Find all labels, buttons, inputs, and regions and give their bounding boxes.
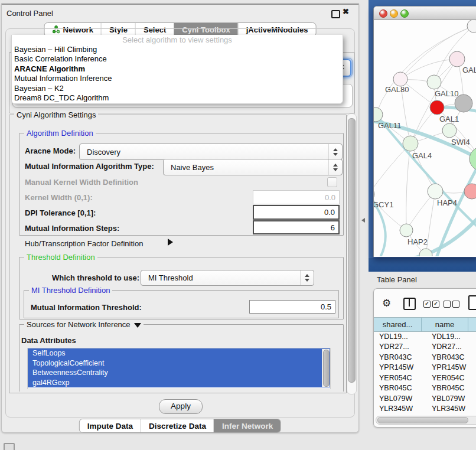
control-panel-window: Control Panel ✖ NetworkStyleSelectCyni T…: [1, 4, 359, 433]
table-cell: YBR045C: [374, 384, 426, 392]
deselect-all-icon[interactable]: [444, 301, 459, 308]
column-header[interactable]: shared...: [374, 318, 422, 331]
scrollbar-thumb[interactable]: [348, 118, 356, 383]
expand-arrow-icon[interactable]: [168, 239, 173, 246]
group-title: Threshold Definition: [24, 253, 97, 262]
hub-section-label[interactable]: Hub/Transcription Factor Definition: [25, 239, 143, 248]
table-horizontal-scrollbar[interactable]: [376, 416, 476, 425]
mi-threshold-field[interactable]: 0.5: [249, 300, 335, 314]
settings-scrollbar[interactable]: [347, 113, 357, 394]
node-label: GAL80: [385, 85, 409, 94]
node-label: SWI4: [451, 138, 470, 146]
algorithm-dropdown-list: Select algorithm to view settings Bayesi…: [11, 35, 343, 104]
aracne-mode-select[interactable]: Discovery: [79, 144, 343, 160]
data-attributes-list: SelfLoopsTopologicalCoefficientBetweenne…: [27, 348, 331, 389]
network-thick-edge[interactable]: [377, 116, 476, 230]
table-cell: YBL079W: [426, 394, 476, 403]
network-node-hap4[interactable]: [428, 184, 443, 199]
which-threshold-label: Which threshold to use:: [52, 273, 139, 282]
float-window-icon[interactable]: [331, 10, 340, 18]
tab-impute-data[interactable]: Impute Data: [80, 419, 141, 432]
apply-button[interactable]: Apply: [159, 399, 203, 414]
group-title: MI Threshold Definition: [29, 286, 112, 295]
table-row[interactable]: YPR145WYPR145W9.: [374, 363, 476, 373]
network-node-swi4[interactable]: [442, 123, 457, 138]
attribute-list-item[interactable]: BetweennessCentrality: [28, 368, 330, 378]
table-row[interactable]: YER054CYER054C8.: [374, 373, 476, 383]
network-node[interactable]: [470, 147, 476, 171]
tab-discretize-data[interactable]: Discretize Data: [141, 419, 214, 432]
scrollbar-thumb[interactable]: [377, 417, 468, 423]
attribute-list-item[interactable]: SelfLoops: [28, 348, 330, 358]
new-table-icon[interactable]: [468, 295, 476, 310]
close-icon[interactable]: ✖: [343, 7, 349, 16]
dropdown-item[interactable]: Bayesian – Hill Climbing: [12, 45, 343, 54]
dropdown-item[interactable]: Basic Correlation Inference: [12, 54, 343, 64]
kernel-width-field[interactable]: 0.0: [253, 190, 340, 204]
network-window-titlebar[interactable]: [374, 6, 476, 20]
table-row[interactable]: YLR345WYLR345W9.: [374, 404, 476, 415]
network-node-gcy1[interactable]: [374, 187, 374, 201]
split-columns-icon[interactable]: [403, 298, 416, 310]
table-row[interactable]: YDL19...YDL19...13: [374, 331, 476, 342]
network-node-gal1[interactable]: [430, 100, 444, 115]
select-all-icon[interactable]: ✓✓: [423, 301, 439, 308]
table-row[interactable]: YBL079WYBL079W: [374, 393, 476, 404]
zoom-traffic-light[interactable]: [400, 9, 409, 18]
table-cell: YDL19...: [426, 332, 476, 341]
table-row[interactable]: YDR27...YDR27...12: [374, 342, 476, 353]
close-traffic-light[interactable]: [379, 9, 387, 18]
manual-kernel-checkbox[interactable]: [327, 177, 337, 187]
combo-arrows-icon: [328, 159, 342, 175]
minimized-panel-icon[interactable]: [4, 443, 15, 450]
mi-type-select[interactable]: Naive Bayes: [163, 159, 343, 175]
table-cell: YBL079W: [374, 394, 426, 403]
column-header[interactable]: name: [422, 318, 468, 331]
table-cell: YBR043C: [374, 353, 426, 361]
attribute-list-item[interactable]: TopologicalCoefficient: [28, 358, 330, 369]
node-label: GAL4: [412, 151, 432, 160]
dropdown-item[interactable]: Dream8 DC_TDC Algorithm: [12, 93, 343, 103]
table-row[interactable]: YBR043CYBR043C: [374, 352, 476, 363]
panel-title: Control Panel: [6, 9, 53, 18]
network-node-gal10[interactable]: [427, 75, 441, 89]
scrollbar-thumb[interactable]: [323, 350, 330, 387]
dropdown-item[interactable]: Bayesian – K2: [12, 84, 343, 93]
table-header-row: shared...nameA: [374, 317, 476, 332]
dpi-tolerance-field[interactable]: 0.0: [253, 205, 340, 220]
network-edge[interactable]: [400, 59, 457, 79]
node-label: GCY1: [374, 200, 393, 209]
table-panel-title: Table Panel: [377, 275, 417, 284]
minimize-traffic-light[interactable]: [390, 9, 398, 18]
mi-steps-field[interactable]: 6: [253, 220, 340, 234]
network-node[interactable]: [419, 249, 432, 256]
node-label: GAL1: [439, 115, 459, 123]
which-threshold-select[interactable]: MI Threshold: [141, 270, 314, 286]
network-canvas[interactable]: GALGAL80GAL10GAL1GAL11SWI4GAL4GCY1HAP4YH…: [374, 20, 476, 256]
network-thick-edge[interactable]: [409, 215, 476, 256]
network-node-gal80[interactable]: [393, 72, 407, 86]
list-scrollbar[interactable]: [322, 349, 330, 387]
cyni-algorithm-settings-group: Cyni Algorithm Settings Algorithm Defini…: [9, 115, 347, 393]
dropdown-item[interactable]: Mutual Information Inference: [12, 74, 343, 83]
collapse-arrow-icon[interactable]: [134, 323, 141, 328]
table-cell: YBR043C: [426, 353, 476, 361]
table-row[interactable]: YBR045CYBR045C9.: [374, 383, 476, 394]
table-cell: YLR345W: [374, 405, 426, 413]
panel-collapse-handle[interactable]: [361, 218, 365, 223]
table-cell: YER054C: [426, 374, 476, 382]
gear-icon[interactable]: ⚙: [382, 296, 391, 309]
column-header[interactable]: A: [468, 318, 476, 331]
network-node-gal[interactable]: [449, 51, 465, 67]
network-edge[interactable]: [374, 144, 410, 194]
network-node-gal4[interactable]: [403, 136, 418, 151]
dropdown-placeholder: Select algorithm to view settings: [12, 35, 343, 45]
network-node-hap2[interactable]: [400, 224, 413, 237]
table-cell: YER054C: [374, 374, 426, 382]
dropdown-item[interactable]: ARACNE Algorithm: [12, 64, 343, 74]
attribute-list-item[interactable]: gal4RGexp: [28, 378, 330, 388]
tab-infer-network[interactable]: Infer Network: [214, 419, 281, 432]
table-cell: YLR345W: [426, 405, 476, 413]
network-thick-edge[interactable]: [436, 160, 476, 256]
mi-steps-label: Mutual Information Steps:: [25, 224, 119, 233]
